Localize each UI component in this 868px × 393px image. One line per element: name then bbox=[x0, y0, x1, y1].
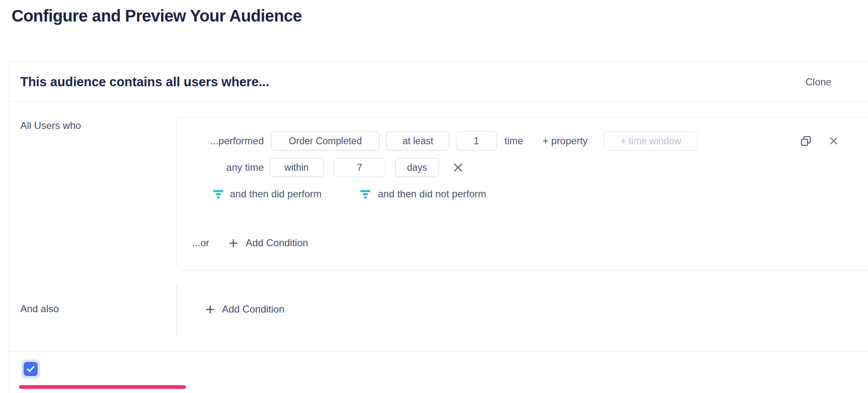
clone-button[interactable]: Clone bbox=[805, 76, 832, 88]
check-icon bbox=[26, 364, 35, 374]
and-also-add-condition-row: Add Condition bbox=[205, 303, 285, 315]
page-title: Configure and Preview Your Audience bbox=[12, 5, 302, 27]
card-header: This audience contains all users where..… bbox=[9, 62, 868, 102]
and-also-divider bbox=[176, 284, 177, 337]
any-time-label: any time bbox=[177, 162, 264, 173]
plus-icon[interactable] bbox=[229, 238, 238, 248]
event-condition-row: ...performed Order Completed at least ti… bbox=[177, 131, 868, 150]
card-header-title: This audience contains all users where..… bbox=[20, 75, 269, 90]
frequency-unit-label: time bbox=[504, 135, 523, 147]
time-value-input[interactable] bbox=[334, 158, 386, 177]
time-window-row: any time within days bbox=[177, 158, 463, 177]
or-add-condition-row: ...or Add Condition bbox=[177, 236, 308, 250]
time-operator-button[interactable]: within bbox=[269, 158, 324, 177]
remove-time-window-button[interactable] bbox=[453, 162, 463, 173]
audience-builder-page: Configure and Preview Your Audience This… bbox=[0, 0, 868, 393]
and-then-did-perform-link[interactable]: and then did perform bbox=[230, 188, 321, 200]
event-select-button[interactable]: Order Completed bbox=[271, 131, 380, 150]
and-then-did-not-perform-link[interactable]: and then did not perform bbox=[378, 188, 486, 200]
frequency-operator-button[interactable]: at least bbox=[386, 131, 449, 150]
and-also-label: And also bbox=[20, 303, 59, 315]
audience-card: This audience contains all users where..… bbox=[9, 61, 868, 393]
add-condition-button[interactable]: Add Condition bbox=[222, 303, 285, 315]
remove-condition-button[interactable] bbox=[829, 136, 838, 146]
highlight-underline bbox=[19, 385, 186, 389]
close-icon bbox=[829, 136, 838, 146]
filter-icon bbox=[213, 189, 224, 199]
close-icon bbox=[453, 162, 463, 173]
filter-icon bbox=[360, 189, 371, 199]
duplicate-condition-button[interactable] bbox=[800, 135, 812, 147]
condition-group-panel: ...performed Order Completed at least ti… bbox=[176, 117, 868, 270]
time-window-placeholder-button[interactable]: + time window bbox=[604, 131, 698, 150]
checkbox-box bbox=[24, 362, 38, 376]
funnel-links-row: and then did perform and then did not pe… bbox=[177, 188, 486, 200]
footer-divider bbox=[9, 351, 868, 352]
or-label: ...or bbox=[192, 237, 209, 249]
frequency-value-input[interactable] bbox=[456, 131, 497, 150]
time-unit-button[interactable]: days bbox=[395, 158, 439, 177]
duplicate-icon bbox=[800, 135, 812, 147]
plus-icon[interactable] bbox=[205, 305, 215, 314]
performed-label: ...performed bbox=[177, 135, 264, 147]
add-condition-button[interactable]: Add Condition bbox=[246, 237, 308, 249]
add-property-link[interactable]: + property bbox=[542, 135, 588, 147]
group-label-all-users-who: All Users who bbox=[20, 120, 81, 131]
include-anonymous-checkbox[interactable] bbox=[21, 359, 40, 378]
